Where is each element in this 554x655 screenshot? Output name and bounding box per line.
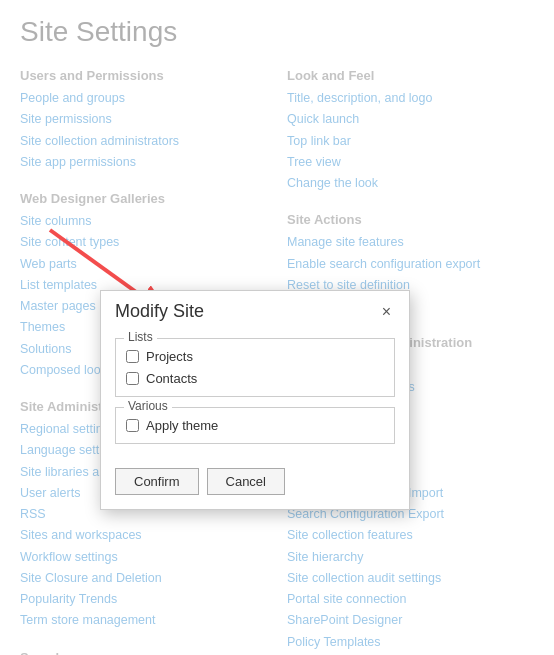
checkbox-apply-theme-label: Apply theme	[146, 418, 218, 433]
cancel-button[interactable]: Cancel	[207, 468, 285, 495]
modal-title: Modify Site	[115, 301, 204, 322]
modal-group-lists: Lists Projects Contacts	[115, 338, 395, 397]
checkbox-projects-label: Projects	[146, 349, 193, 364]
modify-site-modal: Modify Site × Lists Projects Contacts Va…	[100, 290, 410, 510]
checkbox-contacts[interactable]: Contacts	[126, 371, 384, 386]
modal-footer: Confirm Cancel	[101, 468, 409, 509]
checkbox-projects[interactable]: Projects	[126, 349, 384, 364]
modal-overlay: Modify Site × Lists Projects Contacts Va…	[0, 0, 554, 655]
checkbox-contacts-input[interactable]	[126, 372, 139, 385]
group-lists-label: Lists	[124, 330, 157, 344]
group-various-label: Various	[124, 399, 172, 413]
modal-group-various: Various Apply theme	[115, 407, 395, 444]
checkbox-contacts-label: Contacts	[146, 371, 197, 386]
checkbox-apply-theme[interactable]: Apply theme	[126, 418, 384, 433]
confirm-button[interactable]: Confirm	[115, 468, 199, 495]
checkbox-projects-input[interactable]	[126, 350, 139, 363]
checkbox-apply-theme-input[interactable]	[126, 419, 139, 432]
modal-body: Lists Projects Contacts Various Apply th…	[101, 330, 409, 468]
modal-header: Modify Site ×	[101, 291, 409, 330]
modal-close-button[interactable]: ×	[378, 302, 395, 322]
